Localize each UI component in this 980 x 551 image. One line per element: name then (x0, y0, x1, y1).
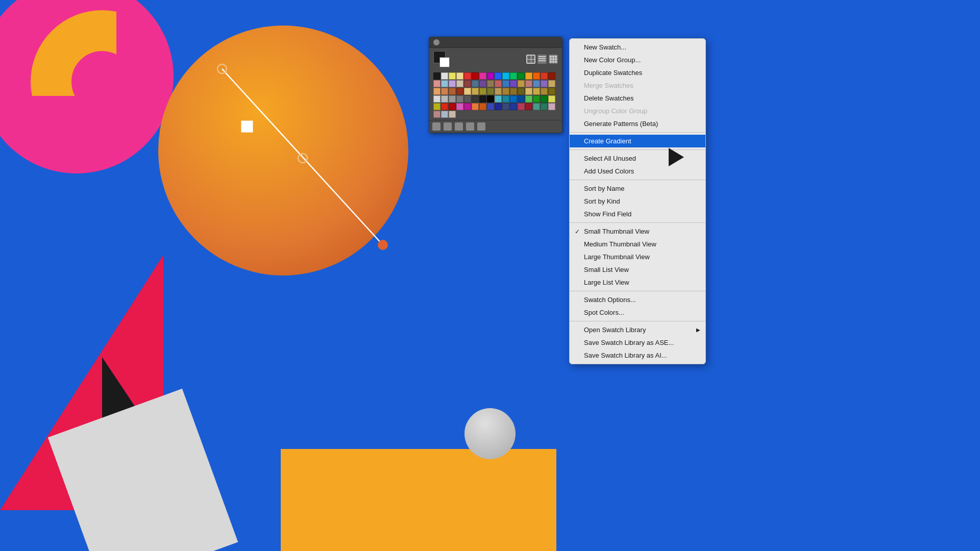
swatch-cell[interactable] (464, 72, 471, 80)
swatch-cell[interactable] (456, 88, 463, 95)
swatch-cell[interactable] (510, 88, 517, 95)
swatch-cell[interactable] (479, 95, 486, 103)
swatch-cell[interactable] (548, 80, 555, 87)
thumbnail-view-icon[interactable] (526, 55, 535, 64)
swatch-cell[interactable] (433, 72, 440, 80)
swatch-cell[interactable] (510, 103, 517, 110)
menu-item-new-color-group[interactable]: New Color Group... (570, 54, 705, 66)
menu-item-generate-patterns[interactable]: Generate Patterns (Beta) (570, 117, 705, 130)
swatch-cell[interactable] (495, 88, 502, 95)
menu-item-add-used-colors[interactable]: Add Used Colors (570, 165, 705, 178)
swatch-cell[interactable] (479, 80, 486, 87)
library-button[interactable] (455, 122, 463, 131)
add-swatch-button[interactable] (466, 122, 474, 131)
menu-item-sort-by-kind[interactable]: Sort by Kind (570, 195, 705, 208)
place-button[interactable] (444, 122, 452, 131)
swatch-cell[interactable] (479, 88, 486, 95)
menu-item-open-swatch-library[interactable]: Open Swatch Library (570, 323, 705, 336)
menu-item-medium-thumbnail-view[interactable]: Medium Thumbnail View (570, 238, 705, 251)
menu-item-merge-swatches[interactable]: Merge Swatches (570, 79, 705, 92)
swatch-cell[interactable] (541, 80, 548, 87)
swatch-cell[interactable] (525, 103, 532, 110)
swatch-cell[interactable] (502, 95, 509, 103)
menu-item-spot-colors[interactable]: Spot Colors... (570, 306, 705, 319)
menu-item-swatch-options[interactable]: Swatch Options... (570, 293, 705, 306)
swatch-cell[interactable] (441, 72, 448, 80)
show-kind-button[interactable] (432, 122, 440, 131)
swatch-cell[interactable] (433, 95, 440, 103)
swatch-cell[interactable] (502, 80, 509, 87)
menu-item-large-thumbnail-view[interactable]: Large Thumbnail View (570, 251, 705, 263)
menu-item-show-find-field[interactable]: Show Find Field (570, 208, 705, 220)
swatch-cell[interactable] (518, 95, 525, 103)
swatch-cell[interactable] (487, 88, 494, 95)
menu-item-small-thumbnail-view[interactable]: Small Thumbnail View (570, 225, 705, 238)
swatch-cell[interactable] (548, 95, 555, 103)
panel-close-button[interactable] (433, 39, 439, 45)
menu-item-ungroup-color-group[interactable]: Ungroup Color Group (570, 105, 705, 117)
swatch-cell[interactable] (472, 80, 479, 87)
swatch-cell[interactable] (541, 88, 548, 95)
swatch-cell[interactable] (487, 72, 494, 80)
swatch-cell[interactable] (541, 72, 548, 80)
swatch-cell[interactable] (433, 88, 440, 95)
menu-item-create-gradient[interactable]: Create Gradient (570, 135, 705, 147)
swatch-cell[interactable] (525, 95, 532, 103)
menu-item-save-ai[interactable]: Save Swatch Library as AI... (570, 349, 705, 362)
swatch-cell[interactable] (441, 80, 448, 87)
menu-item-small-list-view[interactable]: Small List View (570, 263, 705, 276)
swatch-cell[interactable] (502, 88, 509, 95)
delete-swatch-button[interactable] (477, 122, 485, 131)
swatch-cell[interactable] (525, 88, 532, 95)
swatch-cell[interactable] (456, 80, 463, 87)
swatch-cell[interactable] (533, 88, 540, 95)
menu-item-select-all-unused[interactable]: Select All Unused (570, 152, 705, 165)
swatch-cell[interactable] (449, 80, 456, 87)
swatch-cell[interactable] (510, 80, 517, 87)
swatch-cell[interactable] (449, 111, 456, 118)
swatch-cell[interactable] (479, 103, 486, 110)
swatch-cell[interactable] (533, 72, 540, 80)
swatch-cell[interactable] (449, 72, 456, 80)
swatch-cell[interactable] (518, 80, 525, 87)
swatch-cell[interactable] (433, 80, 440, 87)
list-view-icon[interactable] (537, 55, 547, 64)
swatch-cell[interactable] (533, 80, 540, 87)
swatch-cell[interactable] (510, 72, 517, 80)
menu-item-new-swatch[interactable]: New Swatch... (570, 41, 705, 54)
swatch-cell[interactable] (502, 103, 509, 110)
swatch-cell[interactable] (495, 103, 502, 110)
swatch-cell[interactable] (548, 72, 555, 80)
grid-view-icon[interactable] (549, 55, 558, 64)
swatch-cell[interactable] (548, 103, 555, 110)
swatch-cell[interactable] (433, 103, 440, 110)
swatch-cell[interactable] (472, 103, 479, 110)
swatch-cell[interactable] (548, 88, 555, 95)
swatch-cell[interactable] (472, 88, 479, 95)
menu-item-save-ase[interactable]: Save Swatch Library as ASE... (570, 336, 705, 349)
menu-item-sort-by-name[interactable]: Sort by Name (570, 182, 705, 195)
swatch-cell[interactable] (449, 88, 456, 95)
swatch-cell[interactable] (518, 103, 525, 110)
swatch-cell[interactable] (479, 72, 486, 80)
swatch-cell[interactable] (487, 95, 494, 103)
swatch-cell[interactable] (464, 95, 471, 103)
menu-item-large-list-view[interactable]: Large List View (570, 276, 705, 289)
swatch-cell[interactable] (495, 72, 502, 80)
swatch-cell[interactable] (525, 72, 532, 80)
swatch-cell[interactable] (441, 103, 448, 110)
menu-item-delete-swatches[interactable]: Delete Swatches (570, 92, 705, 105)
swatch-cell[interactable] (456, 95, 463, 103)
swatch-cell[interactable] (487, 103, 494, 110)
swatch-cell[interactable] (518, 88, 525, 95)
swatch-cell[interactable] (487, 80, 494, 87)
swatch-cell[interactable] (456, 103, 463, 110)
swatch-cell[interactable] (495, 80, 502, 87)
swatch-cell[interactable] (464, 88, 471, 95)
swatch-cell[interactable] (502, 72, 509, 80)
swatch-cell[interactable] (441, 111, 448, 118)
swatch-cell[interactable] (533, 95, 540, 103)
swatch-cell[interactable] (541, 103, 548, 110)
swatch-cell[interactable] (441, 95, 448, 103)
swatch-cell[interactable] (449, 95, 456, 103)
